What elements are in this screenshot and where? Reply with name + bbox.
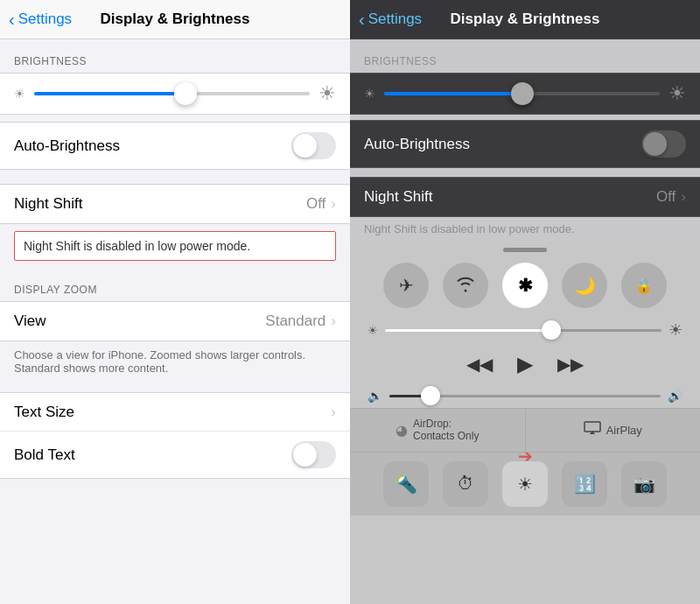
right-back-button[interactable]: ‹ Settings — [359, 10, 422, 30]
cc-brightness-row: ☀ ☀ — [350, 315, 700, 345]
cc-timer-button[interactable]: ⏱ — [443, 461, 488, 507]
cc-sun-small-icon: ☀ — [368, 324, 378, 337]
cc-bluetooth-button[interactable]: ✱ — [502, 263, 548, 308]
right-nav-bar: ‹ Settings Display & Brightness — [350, 0, 700, 39]
bluetooth-icon: ✱ — [518, 275, 533, 296]
timer-icon: ⏱ — [457, 474, 474, 494]
cc-previous-button[interactable]: ◀◀ — [466, 354, 493, 375]
view-chevron: › — [331, 313, 336, 330]
right-slider-thumb[interactable] — [511, 82, 534, 105]
cc-volume-track[interactable] — [389, 395, 661, 397]
cc-play-button[interactable]: ▶ — [517, 352, 533, 376]
right-auto-brightness-label: Auto-Brightness — [364, 136, 641, 153]
left-nav-bar: ‹ Settings Display & Brightness — [0, 0, 350, 39]
moon-icon: 🌙 — [574, 275, 596, 296]
left-back-button[interactable]: ‹ Settings — [9, 10, 72, 30]
right-spacer-1 — [350, 168, 700, 177]
bold-text-toggle-knob — [293, 443, 317, 467]
cc-airplane-button[interactable]: ✈ — [383, 263, 429, 308]
right-night-shift-label: Night Shift — [364, 188, 656, 206]
cc-volume-thumb[interactable] — [421, 386, 440, 405]
night-shift-label: Night Shift — [14, 195, 306, 213]
cc-airdrop-label: AirDrop:Contacts Only — [413, 418, 479, 443]
bold-text-row[interactable]: Bold Text — [0, 432, 350, 478]
brightness-section-header: BRIGHTNESS — [0, 39, 350, 73]
cc-calculator-button[interactable]: 🔢 — [562, 461, 607, 507]
right-night-shift-chevron: › — [681, 188, 686, 206]
camera-icon: 📷 — [634, 474, 655, 495]
right-night-shift-row[interactable]: Night Shift Off › — [350, 178, 700, 216]
auto-brightness-toggle[interactable] — [291, 132, 336, 159]
text-settings-group: Text Size › Bold Text — [0, 392, 350, 479]
display-zoom-group: View Standard › — [0, 301, 350, 341]
calculator-icon: 🔢 — [574, 474, 596, 495]
cc-brightness-button[interactable]: ➔ ☀ — [502, 461, 548, 507]
spacer-2 — [0, 385, 350, 392]
airplay-icon — [584, 421, 601, 439]
night-shift-chevron: › — [331, 195, 336, 213]
bold-text-label: Bold Text — [14, 446, 291, 464]
right-back-label[interactable]: Settings — [368, 11, 422, 28]
night-shift-row[interactable]: Night Shift Off › — [0, 185, 350, 223]
brightness-slider-row: ☀ ☀ — [0, 73, 350, 115]
view-row[interactable]: View Standard › — [0, 302, 350, 341]
cc-top-icons-row: ✈ ✱ 🌙 🔒 — [350, 256, 700, 315]
svg-rect-0 — [584, 422, 600, 432]
brightness-slider-thumb[interactable] — [174, 82, 197, 105]
right-sun-large-icon: ☀ — [668, 82, 686, 105]
sun-small-icon: ☀ — [14, 87, 25, 101]
cc-camera-button[interactable]: 📷 — [621, 461, 667, 507]
bold-text-toggle[interactable] — [291, 441, 336, 468]
cc-lock-rotation-button[interactable]: 🔒 — [621, 263, 667, 308]
brightness-slider-track[interactable] — [34, 92, 310, 95]
left-back-chevron: ‹ — [9, 10, 15, 30]
right-sun-small-icon: ☀ — [364, 87, 375, 101]
cc-brightness-fill — [385, 329, 551, 332]
right-toggle-knob — [643, 132, 667, 156]
cc-sun-large-icon: ☀ — [668, 320, 682, 340]
volume-low-icon: 🔈 — [368, 389, 382, 403]
cc-bottom-icons-row: 🔦 ⏱ ➔ ☀ 🔢 📷 — [350, 452, 700, 516]
cc-flashlight-button[interactable]: 🔦 — [383, 461, 429, 507]
cc-media-controls: ◀◀ ▶ ▶▶ — [350, 345, 700, 383]
right-slider-fill — [384, 92, 522, 95]
text-size-row[interactable]: Text Size › — [0, 393, 350, 432]
right-night-shift-group: Night Shift Off › — [350, 177, 700, 217]
cc-moon-button[interactable]: 🌙 — [562, 263, 607, 308]
auto-brightness-row[interactable]: Auto-Brightness — [0, 123, 350, 169]
flashlight-icon: 🔦 — [396, 474, 417, 495]
night-shift-note-text: Night Shift is disabled in low power mod… — [24, 239, 250, 253]
right-back-chevron: ‹ — [359, 10, 365, 30]
cc-airplay-button[interactable]: AirPlay — [526, 409, 701, 452]
right-brightness-header: BRIGHTNESS — [350, 39, 700, 73]
cc-volume-row: 🔈 🔊 — [350, 383, 700, 408]
cc-airplay-label: AirPlay — [606, 424, 642, 437]
cc-brightness-thumb[interactable] — [542, 320, 561, 340]
right-brightness-slider-track[interactable] — [384, 92, 660, 95]
lock-rotation-icon: 🔒 — [635, 277, 653, 294]
text-size-chevron: › — [331, 404, 336, 421]
right-auto-brightness-row[interactable]: Auto-Brightness — [350, 121, 700, 167]
sun-large-icon: ☀ — [318, 82, 336, 105]
airplane-icon: ✈ — [399, 275, 414, 296]
view-label: View — [14, 313, 265, 330]
spacer-1 — [0, 170, 350, 184]
view-value: Standard — [265, 313, 326, 330]
night-shift-note-box: Night Shift is disabled in low power mod… — [14, 231, 336, 261]
red-arrow-icon: ➔ — [518, 446, 533, 467]
left-panel: ‹ Settings Display & Brightness BRIGHTNE… — [0, 0, 350, 604]
right-auto-brightness-group: Auto-Brightness — [350, 120, 700, 168]
left-back-label[interactable]: Settings — [18, 11, 72, 28]
brightness-icon: ☀ — [517, 474, 533, 495]
cc-brightness-track[interactable] — [385, 329, 662, 332]
right-nav-title: Display & Brightness — [451, 11, 600, 28]
control-center-panel: ✈ ✱ 🌙 🔒 ☀ — [350, 242, 700, 604]
brightness-slider-fill — [34, 92, 186, 95]
display-zoom-description: Choose a view for iPhone. Zoomed shows l… — [0, 341, 350, 385]
cc-airdrop-button[interactable]: ◕ AirDrop:Contacts Only — [350, 409, 526, 452]
wifi-icon — [455, 275, 476, 297]
cc-next-button[interactable]: ▶▶ — [557, 354, 584, 375]
right-auto-brightness-toggle[interactable] — [641, 130, 686, 158]
cc-wifi-button[interactable] — [443, 263, 488, 308]
night-shift-value: Off — [306, 195, 326, 213]
